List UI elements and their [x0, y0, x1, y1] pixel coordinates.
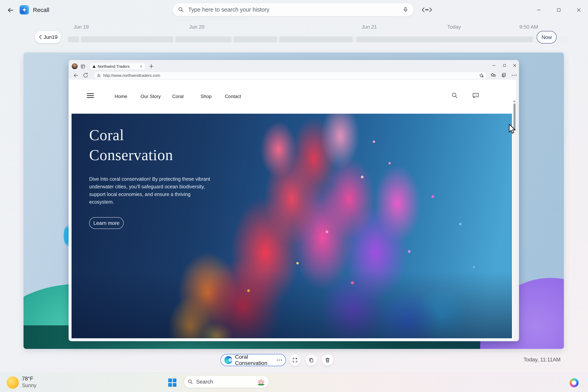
learn-more-button[interactable]: Learn more	[89, 217, 124, 229]
browser-tab-northwind[interactable]: Northwind Traders	[90, 63, 145, 70]
hero-title: Coral Conservation	[89, 125, 211, 165]
snip-sparkle-icon	[292, 357, 298, 363]
site-chat-icon[interactable]	[472, 92, 479, 99]
trash-icon	[325, 357, 330, 363]
site-nav-shop[interactable]: Shop	[200, 94, 212, 99]
taskbar: 78°F Sunny Search	[0, 373, 588, 392]
timeline-label-today: Today	[447, 24, 461, 30]
search-highlight-lotus-icon[interactable]	[257, 378, 265, 386]
click-to-do-button[interactable]	[289, 354, 301, 366]
hero-description: Dive into coral conservation! By protect…	[89, 175, 211, 206]
snapshot-app-label: Coral Conservation	[235, 354, 274, 366]
favorites-list-icon[interactable]	[490, 72, 496, 78]
recall-logo-icon	[20, 5, 29, 14]
site-nav-coral[interactable]: Coral	[172, 94, 184, 99]
timeline-label-time: 9:50 AM	[520, 24, 538, 30]
timeline-label-jun20: Jun 20	[189, 24, 204, 30]
address-bar[interactable]: http://www.northwindtraders.com	[94, 72, 487, 79]
site-nav-contact[interactable]: Contact	[225, 94, 241, 99]
tab-close-icon[interactable]	[140, 65, 143, 68]
timeline-segment[interactable]	[175, 36, 232, 42]
timeline-now-button[interactable]: Now	[537, 31, 557, 44]
scrollbar-up-arrow[interactable]	[513, 100, 516, 102]
snapshot-app-pill[interactable]: Coral Conservation	[220, 354, 286, 366]
site-nav-our-story[interactable]: Our Story	[140, 94, 161, 99]
timeline-label-jun19: Jun 19	[74, 24, 89, 30]
history-search-input[interactable]	[188, 6, 402, 13]
timeline-label-jun21: Jun 21	[362, 24, 377, 30]
timeline-segment[interactable]	[234, 36, 277, 42]
snapshot-more-icon[interactable]	[276, 359, 282, 361]
new-tab-button[interactable]	[148, 64, 154, 69]
browser-refresh-icon[interactable]	[83, 72, 88, 78]
app-close-button[interactable]	[574, 6, 583, 14]
browser-profile-avatar[interactable]	[72, 63, 78, 69]
timeline-scrubber-track[interactable]	[68, 36, 569, 42]
mouse-cursor	[508, 124, 517, 134]
delete-snapshot-button[interactable]	[322, 354, 333, 366]
edge-browser-window: Northwind Traders http://www.	[68, 60, 519, 341]
page-scrollbar[interactable]	[513, 99, 516, 340]
history-search-bar[interactable]	[173, 3, 414, 16]
back-button[interactable]	[6, 6, 15, 15]
timeline-back-label: Jun19	[44, 34, 58, 40]
app-title: Recall	[33, 7, 49, 13]
microphone-icon[interactable]	[402, 7, 408, 12]
northwind-website: Home Our Story Coral Shop Contact Coral	[69, 80, 516, 340]
hero-copy: Coral Conservation Dive into coral conse…	[89, 125, 211, 229]
collections-icon[interactable]	[501, 72, 507, 78]
windows-logo-icon	[173, 383, 176, 387]
site-search-icon[interactable]	[452, 92, 458, 99]
back-arrow-icon	[7, 6, 14, 14]
app-maximize-button[interactable]	[554, 6, 563, 14]
tab-workspaces-icon[interactable]	[80, 64, 86, 69]
tab-favicon	[92, 65, 96, 68]
timeline-segment[interactable]	[81, 36, 173, 42]
timeline-now-label: Now	[542, 34, 552, 40]
windows-logo-icon	[168, 383, 172, 387]
browser-more-icon[interactable]	[511, 74, 517, 76]
tab-title: Northwind Traders	[98, 64, 138, 69]
app-minimize-button[interactable]	[534, 6, 543, 14]
url-text: http://www.northwindtraders.com	[103, 73, 476, 78]
snapshot-timestamp: Today, 11:11AM	[514, 357, 560, 363]
timeline-scrubber-icon[interactable]	[420, 6, 434, 13]
copy-button[interactable]	[306, 354, 317, 366]
edge-logo-icon	[224, 356, 232, 364]
browser-minimize-button[interactable]	[490, 62, 498, 69]
timeline-segment[interactable]	[68, 36, 79, 42]
hero-banner: Coral Conservation Dive into coral conse…	[72, 114, 512, 338]
browser-maximize-button[interactable]	[500, 62, 509, 69]
hero-title-line2: Conservation	[89, 145, 211, 165]
weather-sun-icon[interactable]	[7, 376, 19, 389]
weather-temperature[interactable]: 78°F	[22, 376, 33, 382]
taskbar-search-box[interactable]: Search	[184, 376, 269, 388]
taskbar-copilot-icon[interactable]	[568, 377, 580, 388]
windows-logo-icon	[168, 378, 172, 382]
timeline-previous-day-button[interactable]: Jun19	[35, 31, 61, 43]
site-header: Home Our Story Coral Shop Contact	[69, 80, 516, 114]
start-button[interactable]	[168, 378, 176, 387]
search-icon	[178, 7, 184, 12]
browser-close-button[interactable]	[510, 62, 519, 69]
lock-icon	[97, 73, 101, 78]
taskbar-search-label: Search	[196, 379, 254, 385]
add-favorite-icon[interactable]	[479, 73, 484, 78]
recall-app-window: Recall Jun 19 Jun 20 Jun 21 Today 9:50 A…	[0, 0, 588, 392]
hero-title-line1: Coral	[89, 125, 211, 145]
coral-bubbles	[72, 114, 73, 115]
site-nav-home[interactable]: Home	[115, 94, 127, 99]
browser-back-icon[interactable]	[73, 72, 79, 78]
timeline-segment[interactable]	[279, 36, 353, 42]
search-icon	[188, 379, 193, 384]
chevron-left-icon	[38, 35, 42, 40]
copy-icon	[308, 357, 314, 363]
hamburger-menu-icon[interactable]	[86, 92, 94, 99]
windows-logo-icon	[173, 378, 176, 382]
copilot-logo-icon	[570, 378, 578, 387]
timeline-segment[interactable]	[356, 36, 533, 42]
weather-condition[interactable]: Sunny	[22, 382, 36, 388]
